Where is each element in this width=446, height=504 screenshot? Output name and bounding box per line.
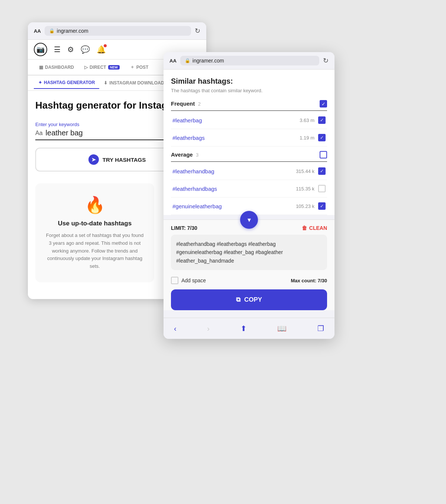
front-url-bar: AA 🔒 ingramer.com ↻ — [164, 52, 334, 70]
frequent-title-row: Frequent 2 — [171, 100, 201, 107]
hashtag-row-leatherbag: #leatherbag 3.63 m ✓ — [171, 112, 327, 129]
back-lock-icon: 🔒 — [49, 28, 55, 33]
average-section: Average 3 #leatherhandbag 315.44 k ✓ #le… — [171, 151, 327, 215]
dashboard-label: DASHBOARD — [45, 65, 74, 70]
leatherbag-name[interactable]: #leatherbag — [172, 117, 202, 123]
leatherbag-count: 3.63 m — [300, 118, 314, 123]
leatherhandbag-count: 315.44 k — [296, 168, 314, 174]
panel-title: Similar hashtags: — [171, 77, 327, 86]
new-badge: NEW — [108, 65, 120, 70]
leatherhandbag-right: 315.44 k ✓ — [296, 167, 326, 175]
back-url-text: ingramer.com — [57, 28, 88, 34]
frequent-section-header: Frequent 2 ✓ — [171, 100, 327, 111]
info-card: 🔥 Use up-to-date hashtags Forget about a… — [35, 183, 154, 282]
leatherhandbags-checkbox[interactable] — [318, 185, 326, 192]
panel-subtitle: The hashtags that contain similar keywor… — [171, 88, 327, 93]
try-hashtags-label: TRY HASHTAGS — [103, 157, 146, 163]
leatherbag-checkbox[interactable]: ✓ — [318, 116, 326, 124]
bottom-controls: Add space Max count: 7/30 — [164, 275, 334, 289]
nav-book-button[interactable]: 📖 — [274, 322, 290, 334]
post-label: POST — [136, 65, 149, 70]
back-hamburger-icon[interactable]: ☰ — [54, 45, 61, 54]
keyword-value[interactable]: leather bag — [46, 129, 83, 137]
post-icon: ＋ — [130, 64, 135, 70]
leatherhandbags-name[interactable]: #leatherhandbags — [172, 186, 217, 192]
limit-text: LIMIT: 7/30 — [171, 225, 197, 231]
nav-share-button[interactable]: ⬆ — [237, 322, 250, 334]
back-url-bar: AA 🔒 ingramer.com ↻ — [28, 22, 206, 40]
hashtag-row-leatherbags: #leatherbags 1.19 m ✓ — [171, 129, 327, 147]
leatherbags-name[interactable]: #leatherbags — [172, 135, 205, 141]
add-space-label: Add space — [181, 277, 206, 283]
back-tab-post[interactable]: ＋ POST — [125, 61, 154, 73]
hashtag-gen-label: HASHTAG GENERATOR — [44, 80, 95, 85]
leatherhandbag-checkbox[interactable]: ✓ — [318, 167, 326, 175]
card-description: Forget about a set of hashtags that you … — [44, 232, 145, 270]
scroll-down-icon: ▾ — [248, 216, 251, 224]
max-count-current: 7 — [318, 278, 320, 283]
average-section-checkbox[interactable] — [320, 151, 327, 158]
frequent-count: 2 — [198, 101, 201, 107]
clean-button[interactable]: 🗑 CLEAN — [302, 225, 327, 231]
add-space-row: Add space — [171, 277, 206, 284]
card-title: Use up-to-date hashtags — [44, 220, 145, 227]
max-count-total: /30 — [320, 278, 327, 283]
sub-tab-hashtag-gen[interactable]: ✦ HASHTAG GENERATOR — [34, 77, 99, 89]
max-count: Max count: 7/30 — [291, 278, 327, 283]
leatherbags-count: 1.19 m — [300, 135, 314, 141]
leatherbags-checkbox[interactable]: ✓ — [318, 134, 326, 141]
frequent-section: Frequent 2 ✓ #leatherbag 3.63 m ✓ #leath… — [171, 100, 327, 147]
leatherhandbag-name[interactable]: #leatherhandbag — [172, 168, 214, 174]
clean-label: CLEAN — [309, 225, 327, 231]
front-url-pill[interactable]: 🔒 ingramer.com — [180, 56, 319, 65]
sub-tab-instagram-dl[interactable]: ⬇ INSTAGRAM DOWNLOAD — [99, 77, 168, 89]
average-count: 3 — [196, 152, 198, 158]
frequent-section-checkbox[interactable]: ✓ — [320, 100, 327, 107]
back-bell-icon[interactable]: 🔔 — [97, 45, 106, 54]
add-space-checkbox[interactable] — [171, 277, 178, 284]
leatherbag-right: 3.63 m ✓ — [300, 116, 326, 124]
genuineleatherbag-count: 105.23 k — [296, 203, 314, 209]
average-title-row: Average 3 — [171, 151, 198, 158]
back-tab-direct[interactable]: ▷ DIRECT NEW — [79, 62, 125, 73]
leatherhandbags-count: 115.35 k — [296, 186, 314, 192]
genuineleatherbag-checkbox[interactable]: ✓ — [318, 202, 326, 210]
hashtag-row-leatherhandbags: #leatherhandbags 115.35 k — [171, 180, 327, 198]
bottom-bar: ▾ LIMIT: 7/30 🗑 CLEAN #leatherhandbag #l… — [164, 219, 334, 310]
back-url-pill[interactable]: 🔒 ingramer.com — [45, 26, 191, 36]
instagram-dl-label: INSTAGRAM DOWNLOAD — [109, 80, 164, 86]
direct-icon: ▷ — [84, 65, 88, 70]
frequent-check-icon: ✓ — [321, 101, 326, 107]
dashboard-icon: ▦ — [39, 65, 43, 70]
trash-icon: 🗑 — [302, 225, 307, 231]
genuineleatherbag-right: 105.23 k ✓ — [296, 202, 326, 210]
copy-label: COPY — [244, 296, 262, 304]
leatherhandbags-right: 115.35 k — [296, 185, 326, 192]
back-logo-icon[interactable]: 📷 — [34, 43, 47, 56]
direct-label: DIRECT — [90, 65, 106, 70]
average-section-header: Average 3 — [171, 151, 327, 162]
scroll-down-button[interactable]: ▾ — [240, 211, 258, 229]
back-aa-text: AA — [34, 28, 41, 34]
copy-button[interactable]: ⧉ COPY — [171, 289, 327, 310]
fire-icon: 🔥 — [44, 195, 145, 215]
copy-icon: ⧉ — [236, 296, 240, 304]
nav-forward-button[interactable]: › — [204, 323, 213, 334]
input-text-icon: Aa — [35, 130, 43, 137]
back-settings-icon[interactable]: ⚙ — [67, 45, 74, 54]
max-count-label: Max count: — [291, 278, 316, 283]
try-arrow-icon: ➤ — [88, 154, 99, 165]
front-reload-button[interactable]: ↻ — [323, 57, 329, 65]
front-aa-text: AA — [169, 58, 177, 64]
back-notification-dot — [104, 44, 107, 47]
nav-copy-button[interactable]: ❐ — [314, 322, 327, 334]
nav-back-button[interactable]: ‹ — [171, 323, 180, 334]
back-tab-dashboard[interactable]: ▦ DASHBOARD — [34, 62, 79, 73]
average-title: Average — [171, 151, 193, 158]
front-url-text: ingramer.com — [193, 58, 224, 64]
back-chat-icon[interactable]: 💬 — [81, 45, 90, 54]
hashtag-textarea[interactable]: #leatherhandbag #leatherbags #leatherbag… — [171, 235, 327, 270]
front-lock-icon: 🔒 — [185, 58, 190, 63]
genuineleatherbag-name[interactable]: #genuineleatherbag — [172, 203, 222, 209]
back-reload-button[interactable]: ↻ — [195, 27, 200, 35]
